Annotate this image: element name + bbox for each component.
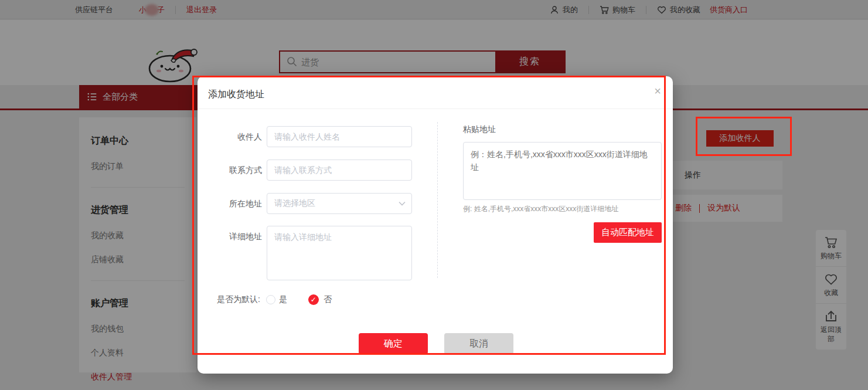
detail-address-textarea[interactable] bbox=[267, 226, 412, 280]
paste-address-hint: 例: 姓名,手机号,xxx省xxx市xxx区xxx街道详细地址 bbox=[463, 204, 618, 214]
confirm-button[interactable]: 确定 bbox=[359, 333, 428, 354]
region-select[interactable]: 请选择地区 bbox=[267, 193, 412, 214]
contact-input[interactable] bbox=[267, 160, 412, 181]
default-no-radio-checked[interactable]: ✓ bbox=[308, 294, 319, 305]
paste-address-textarea[interactable] bbox=[463, 142, 662, 200]
close-icon[interactable]: × bbox=[654, 85, 661, 97]
contact-label: 联系方式 bbox=[215, 165, 262, 176]
auto-match-address-button[interactable]: 自动匹配地址 bbox=[594, 222, 662, 243]
default-yes-radio[interactable] bbox=[266, 295, 275, 304]
divider bbox=[437, 122, 438, 278]
default-yes-label[interactable]: 是 bbox=[279, 294, 287, 305]
add-address-modal: 添加收货地址 × 收件人 联系方式 所在地址 请选择地区 详细地址 粘贴地址 例… bbox=[198, 76, 673, 374]
region-label: 所在地址 bbox=[215, 199, 262, 209]
detail-address-label: 详细地址 bbox=[215, 232, 262, 242]
recipient-input[interactable] bbox=[267, 126, 412, 147]
region-select-placeholder: 请选择地区 bbox=[274, 198, 315, 209]
divider bbox=[198, 108, 673, 109]
chevron-down-icon bbox=[399, 201, 406, 206]
page: 供应链平台 小子 退出登录 我的 购物车 我的收藏 供货商入口 bbox=[0, 0, 868, 390]
recipient-label: 收件人 bbox=[215, 132, 262, 143]
default-setting-label: 是否为默认: bbox=[217, 294, 260, 305]
cancel-button[interactable]: 取消 bbox=[444, 333, 513, 354]
modal-title: 添加收货地址 bbox=[208, 89, 264, 101]
default-setting-row: 是否为默认: 是 ✓ 否 bbox=[217, 294, 332, 305]
default-no-label[interactable]: 否 bbox=[324, 294, 332, 305]
paste-address-label: 粘贴地址 bbox=[463, 124, 496, 135]
